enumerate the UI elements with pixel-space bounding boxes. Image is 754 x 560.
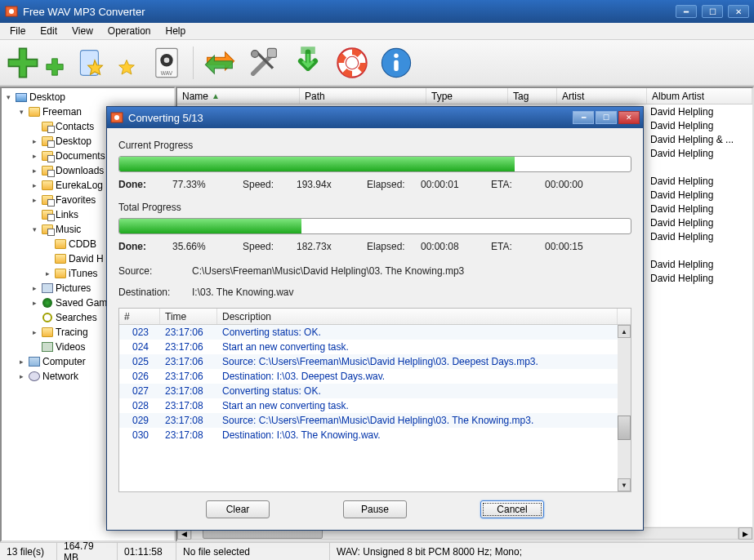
label-speed: Speed: bbox=[243, 179, 292, 190]
current-progress-label: Current Progress bbox=[118, 140, 631, 151]
add-big-icon[interactable] bbox=[5, 45, 41, 81]
pause-button[interactable]: Pause bbox=[343, 500, 407, 518]
menubar: File Edit View Operation Help bbox=[0, 23, 754, 40]
folder-favorite-icon[interactable] bbox=[77, 45, 113, 81]
menu-file[interactable]: File bbox=[3, 24, 32, 38]
tree-label: Desktop bbox=[29, 91, 65, 103]
status-filecount: 13 file(s) bbox=[0, 543, 57, 560]
col-path[interactable]: Path bbox=[300, 88, 426, 104]
log-row[interactable]: 02823:17:08Start an new converting task. bbox=[119, 398, 618, 413]
destination-value: I:\03. The Knowing.wav bbox=[192, 287, 631, 298]
log-col-desc[interactable]: Description bbox=[217, 309, 618, 324]
col-artist[interactable]: Artist bbox=[557, 88, 647, 104]
svg-rect-14 bbox=[394, 60, 399, 70]
log-row[interactable]: 02423:17:06Start an new converting task. bbox=[119, 340, 618, 354]
log-body[interactable]: 02323:17:06Converting status: OK.02423:1… bbox=[119, 325, 618, 491]
label-eta: ETA: bbox=[491, 179, 540, 190]
col-album-artist[interactable]: Album Artist bbox=[647, 88, 752, 104]
log-header: # Time Description bbox=[119, 309, 631, 325]
settings-icon[interactable] bbox=[246, 45, 282, 81]
total-progress-label: Total Progress bbox=[118, 202, 631, 213]
help-lifesaver-icon[interactable] bbox=[334, 45, 370, 81]
log-row[interactable]: 02923:17:08Source: C:\Users\Freeman\Musi… bbox=[119, 413, 618, 428]
svg-point-8 bbox=[252, 50, 259, 57]
info-icon[interactable] bbox=[378, 45, 414, 81]
converting-dialog: Converting 5/13 ━ ☐ ✕ Current Progress D… bbox=[106, 106, 644, 531]
scroll-down-icon[interactable]: ▼ bbox=[618, 478, 631, 491]
current-progress-bar bbox=[118, 156, 631, 172]
scroll-right-icon[interactable]: ▶ bbox=[738, 527, 752, 540]
svg-rect-7 bbox=[267, 48, 276, 57]
status-size: 164.79 MB bbox=[57, 543, 118, 560]
value-speed: 193.94x bbox=[297, 179, 362, 190]
svg-point-16 bbox=[114, 115, 119, 120]
wav-file-icon[interactable]: WAV bbox=[149, 45, 185, 81]
download-icon[interactable] bbox=[290, 45, 326, 81]
status-selection: No file selected bbox=[176, 543, 330, 560]
sort-arrow-icon: ▲ bbox=[212, 91, 220, 100]
add-small-icon[interactable] bbox=[41, 53, 69, 81]
toolbar: WAV bbox=[0, 40, 754, 86]
folder-favorite-small-icon[interactable] bbox=[113, 53, 141, 81]
app-title: Free WAV MP3 Converter bbox=[23, 6, 676, 18]
dialog-maximize-button[interactable]: ☐ bbox=[596, 111, 617, 124]
statusbar: 13 file(s) 164.79 MB 01:11:58 No file se… bbox=[0, 542, 754, 560]
log-scrollbar[interactable]: ▲ ▼ bbox=[618, 325, 631, 491]
label-done: Done: bbox=[118, 179, 167, 190]
cancel-button[interactable]: Cancel bbox=[480, 500, 544, 518]
scroll-up-icon[interactable]: ▲ bbox=[618, 325, 631, 338]
source-label: Source: bbox=[118, 265, 192, 277]
total-progress-bar bbox=[118, 218, 631, 234]
minimize-button[interactable]: ━ bbox=[676, 5, 697, 18]
dialog-titlebar[interactable]: Converting 5/13 ━ ☐ ✕ bbox=[107, 107, 643, 128]
dialog-minimize-button[interactable]: ━ bbox=[573, 111, 594, 124]
col-type[interactable]: Type bbox=[426, 88, 508, 104]
log-col-time[interactable]: Time bbox=[160, 309, 217, 324]
log-row[interactable]: 02323:17:06Converting status: OK. bbox=[119, 325, 618, 340]
total-progress-stats: Done: 35.66% Speed: 182.73x Elapsed: 00:… bbox=[118, 241, 631, 252]
svg-point-11 bbox=[346, 56, 358, 69]
col-name[interactable]: Name▲ bbox=[177, 88, 300, 104]
svg-point-1 bbox=[9, 9, 14, 14]
svg-text:WAV: WAV bbox=[161, 70, 173, 76]
log-row[interactable]: 02523:17:06Source: C:\Users\Freeman\Musi… bbox=[119, 354, 618, 369]
clear-button[interactable]: Clear bbox=[206, 500, 270, 518]
scroll-thumb[interactable] bbox=[618, 416, 631, 440]
status-format: WAV: Unsigned 8 bit PCM 8000 Hz; Mono; bbox=[330, 543, 754, 560]
log-row[interactable]: 02623:17:06Destination: I:\03. Deepest D… bbox=[119, 369, 618, 384]
current-progress-stats: Done: 77.33% Speed: 193.94x Elapsed: 00:… bbox=[118, 179, 631, 190]
label-elapsed: Elapsed: bbox=[367, 179, 416, 190]
convert-icon[interactable] bbox=[202, 45, 238, 81]
tree-label: Freeman bbox=[42, 106, 82, 118]
dialog-close-button[interactable]: ✕ bbox=[618, 111, 640, 124]
maximize-button[interactable]: ☐ bbox=[702, 5, 723, 18]
menu-help[interactable]: Help bbox=[159, 24, 193, 38]
menu-operation[interactable]: Operation bbox=[101, 24, 158, 38]
destination-label: Destination: bbox=[118, 287, 192, 298]
tree-desktop[interactable]: ▾ Desktop bbox=[3, 90, 172, 104]
value-done: 77.33% bbox=[172, 179, 238, 190]
app-icon bbox=[5, 5, 18, 18]
svg-point-13 bbox=[394, 53, 399, 58]
dialog-title: Converting 5/13 bbox=[128, 112, 573, 124]
source-value: C:\Users\Freeman\Music\David Helpling\03… bbox=[192, 265, 631, 277]
log-table: # Time Description 02323:17:06Converting… bbox=[118, 308, 631, 492]
close-button[interactable]: ✕ bbox=[728, 5, 749, 18]
log-row[interactable]: 03023:17:08Destination: I:\03. The Knowi… bbox=[119, 428, 618, 442]
log-col-num[interactable]: # bbox=[119, 309, 160, 324]
status-duration: 01:11:58 bbox=[118, 543, 176, 560]
svg-point-5 bbox=[164, 57, 170, 63]
dialog-icon bbox=[110, 111, 123, 124]
value-eta: 00:00:00 bbox=[545, 179, 610, 190]
list-header: Name▲ Path Type Tag Artist Album Artist bbox=[177, 88, 752, 104]
main-titlebar: Free WAV MP3 Converter ━ ☐ ✕ bbox=[0, 0, 754, 23]
menu-view[interactable]: View bbox=[65, 24, 100, 38]
col-tag[interactable]: Tag bbox=[508, 88, 557, 104]
value-elapsed: 00:00:01 bbox=[421, 179, 486, 190]
menu-edit[interactable]: Edit bbox=[33, 24, 64, 38]
log-row[interactable]: 02723:17:08Converting status: OK. bbox=[119, 384, 618, 398]
